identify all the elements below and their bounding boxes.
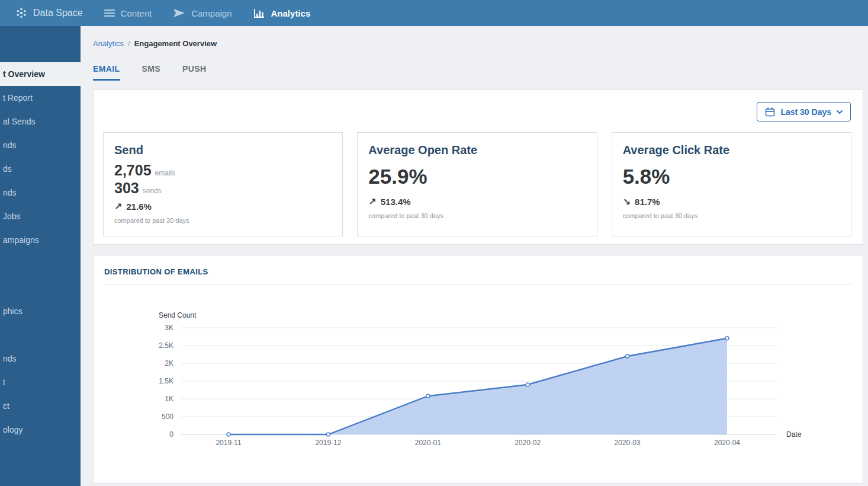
y-axis-tick-label: 3K (165, 324, 173, 332)
y-axis-title: Send Count (159, 311, 197, 319)
chart-point[interactable] (426, 394, 430, 398)
x-axis-tick-label: 2020-02 (515, 439, 541, 447)
y-axis-tick-label: 2.5K (159, 341, 173, 350)
chart-area (229, 338, 727, 434)
kpi-value-row: 2,705 emails (114, 162, 332, 180)
chart-point[interactable] (526, 383, 529, 386)
breadcrumb-separator: / (128, 39, 130, 48)
dataspace-logo-icon (15, 7, 27, 19)
sidebar-item[interactable]: t Overview (0, 62, 81, 86)
y-axis-tick-label: 500 (162, 413, 173, 421)
kpi-card-open-rate: Average Open Rate 25.9% ↗ 513.4% compare… (357, 132, 597, 236)
x-axis-title: Date (786, 430, 802, 439)
sidebar-item[interactable]: al Sends (0, 110, 81, 133)
sidebar-item[interactable]: ct (0, 394, 81, 418)
kpi-change-value: 21.6% (126, 201, 152, 213)
kpi-value: 303 (114, 180, 139, 197)
kpi-change: ↗ 513.4% (368, 196, 586, 208)
kpi-title: Average Click Rate (623, 143, 840, 157)
sidebar-item[interactable]: nds (0, 133, 81, 157)
sidebar-item[interactable]: t (0, 370, 81, 394)
y-axis-tick-label: 1.5K (159, 377, 173, 385)
brand[interactable]: Data Space (15, 7, 83, 19)
nav-label: Analytics (271, 8, 311, 18)
content-icon (104, 8, 115, 18)
chart-point[interactable] (227, 433, 230, 436)
date-range-button[interactable]: Last 30 Days (757, 102, 851, 122)
nav-item-content[interactable]: Content (104, 8, 152, 18)
kpi-value-row: 303 sends (114, 180, 332, 197)
sidebar-item[interactable]: t Report (0, 86, 81, 110)
nav-item-campaign[interactable]: Campaign (173, 8, 232, 18)
sidebar-item[interactable]: nds (0, 181, 81, 204)
calendar-icon (765, 107, 775, 117)
chart-point[interactable] (626, 354, 629, 358)
distribution-panel: DISTRIBUTION OF EMAILS 3K2.5K2K1.5K1K500… (93, 255, 863, 484)
kpi-change-value: 513.4% (381, 196, 411, 208)
kpi-value: 25.9% (368, 164, 586, 189)
x-axis-tick-label: 2019-12 (315, 439, 341, 447)
kpi-change: ↗ 21.6% (114, 201, 332, 213)
chart-point[interactable] (725, 337, 729, 340)
brand-label: Data Space (33, 8, 83, 18)
date-range-label: Last 30 Days (780, 107, 831, 117)
breadcrumb-analytics-link[interactable]: Analytics (93, 39, 124, 48)
kpi-title: Send (114, 143, 332, 157)
nav-label: Content (121, 8, 152, 18)
kpi-unit: sends (143, 187, 162, 195)
sidebar: t Overviewt Reportal SendsndsdsndsJobsam… (0, 26, 81, 486)
kpi-panel: Last 30 Days Send 2,705 emails 303 sends (93, 89, 863, 245)
sidebar-item[interactable]: ds (0, 157, 81, 181)
kpi-change: ↘ 81.7% (623, 196, 840, 208)
chart-point[interactable] (326, 433, 330, 436)
tab-sms[interactable]: SMS (142, 64, 161, 81)
kpi-unit: emails (155, 169, 176, 177)
chevron-down-icon (837, 110, 843, 114)
sidebar-item[interactable]: phics (0, 299, 81, 323)
x-axis-tick-label: 2020-04 (714, 439, 740, 447)
nav-item-analytics[interactable]: Analytics (253, 8, 311, 18)
topbar: Data Space Content Campaign Analytics (0, 0, 868, 26)
kpi-card-click-rate: Average Click Rate 5.8% ↘ 81.7% compared… (612, 132, 851, 236)
chart-title: DISTRIBUTION OF EMAILS (104, 267, 852, 276)
breadcrumb: Analytics / Engagement Overview (93, 39, 863, 48)
breadcrumb-current: Engagement Overview (134, 39, 217, 48)
sidebar-item[interactable]: ology (0, 418, 81, 442)
tab-push[interactable]: PUSH (182, 64, 207, 81)
y-axis-tick-label: 1K (165, 395, 173, 403)
kpi-card-send: Send 2,705 emails 303 sends ↗ 21.6% comp… (103, 132, 343, 236)
trend-down-icon: ↘ (623, 196, 631, 208)
channel-tabs: EMAIL SMS PUSH (93, 64, 863, 81)
y-axis-tick-label: 2K (165, 359, 173, 367)
paper-plane-icon (173, 8, 185, 18)
kpi-note: compared to past 30 days (368, 212, 586, 219)
y-axis-tick-label: 0 (169, 430, 173, 439)
trend-up-icon: ↗ (114, 201, 122, 213)
send-count-chart: 3K2.5K2K1.5K1K50002019-112019-122020-012… (104, 294, 853, 449)
kpi-row: Send 2,705 emails 303 sends ↗ 21.6% comp… (103, 132, 851, 236)
tab-email[interactable]: EMAIL (93, 64, 120, 81)
sidebar-item[interactable]: Jobs (0, 204, 81, 228)
sidebar-item[interactable]: ampaigns (0, 228, 81, 252)
layout: t Overviewt Reportal SendsndsdsndsJobsam… (0, 26, 868, 486)
kpi-value: 2,705 (114, 162, 152, 179)
kpi-title: Average Open Rate (368, 143, 586, 157)
trend-up-icon: ↗ (368, 196, 376, 208)
divider (104, 284, 852, 284)
x-axis-tick-label: 2020-03 (615, 439, 641, 447)
x-axis-tick-label: 2020-01 (415, 439, 441, 447)
main-content: Analytics / Engagement Overview EMAIL SM… (81, 26, 868, 486)
kpi-value: 5.8% (623, 164, 840, 189)
bar-chart-icon (253, 8, 265, 18)
kpi-change-value: 81.7% (635, 196, 660, 208)
nav-label: Campaign (191, 8, 232, 18)
kpi-note: compared to past 30 days (114, 217, 332, 224)
x-axis-tick-label: 2019-11 (216, 439, 241, 447)
sidebar-item[interactable]: nds (0, 347, 81, 370)
kpi-note: compared to past 30 days (623, 212, 840, 219)
